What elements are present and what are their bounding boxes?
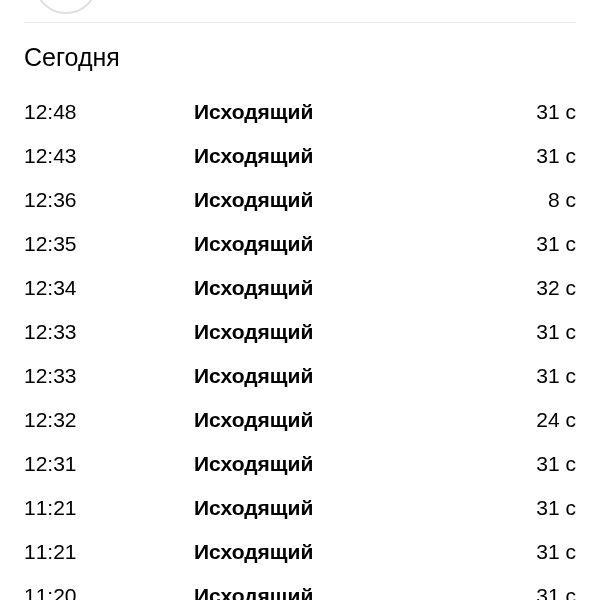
call-row[interactable]: 12:32Исходящий24 с	[24, 398, 576, 442]
call-row[interactable]: 11:21Исходящий31 с	[24, 486, 576, 530]
call-time: 12:48	[24, 100, 194, 124]
call-duration: 31 с	[536, 100, 576, 124]
call-duration: 8 с	[548, 188, 576, 212]
call-row[interactable]: 11:20Исходящий31 с	[24, 574, 576, 600]
call-duration: 24 с	[536, 408, 576, 432]
call-duration: 32 с	[536, 276, 576, 300]
call-type: Исходящий	[194, 144, 313, 168]
call-row[interactable]: 12:48Исходящий31 с	[24, 90, 576, 134]
call-time: 12:31	[24, 452, 194, 476]
call-row[interactable]: 12:31Исходящий31 с	[24, 442, 576, 486]
call-duration: 31 с	[536, 364, 576, 388]
call-time: 12:36	[24, 188, 194, 212]
call-type: Исходящий	[194, 188, 313, 212]
call-type: Исходящий	[194, 364, 313, 388]
call-row[interactable]: 12:34Исходящий32 с	[24, 266, 576, 310]
call-type: Исходящий	[194, 408, 313, 432]
call-type: Исходящий	[194, 232, 313, 256]
call-time: 12:43	[24, 144, 194, 168]
call-row[interactable]: 12:35Исходящий31 с	[24, 222, 576, 266]
section-header: Сегодня	[24, 43, 576, 72]
call-duration: 31 с	[536, 144, 576, 168]
call-list: 12:48Исходящий31 с12:43Исходящий31 с12:3…	[24, 90, 576, 600]
call-time: 11:21	[24, 540, 194, 564]
avatar-partial	[24, 0, 576, 18]
call-time: 12:33	[24, 364, 194, 388]
call-duration: 31 с	[536, 452, 576, 476]
call-time: 12:32	[24, 408, 194, 432]
call-type: Исходящий	[194, 320, 313, 344]
call-row[interactable]: 12:36Исходящий8 с	[24, 178, 576, 222]
avatar-icon	[34, 0, 96, 14]
call-row[interactable]: 12:33Исходящий31 с	[24, 354, 576, 398]
call-row[interactable]: 12:33Исходящий31 с	[24, 310, 576, 354]
call-type: Исходящий	[194, 584, 313, 600]
call-type: Исходящий	[194, 100, 313, 124]
call-duration: 31 с	[536, 584, 576, 600]
call-time: 12:33	[24, 320, 194, 344]
call-row[interactable]: 12:43Исходящий31 с	[24, 134, 576, 178]
call-row[interactable]: 11:21Исходящий31 с	[24, 530, 576, 574]
call-time: 12:35	[24, 232, 194, 256]
call-type: Исходящий	[194, 276, 313, 300]
divider	[24, 22, 576, 23]
call-duration: 31 с	[536, 232, 576, 256]
call-duration: 31 с	[536, 540, 576, 564]
call-time: 11:20	[24, 584, 194, 600]
call-time: 12:34	[24, 276, 194, 300]
call-time: 11:21	[24, 496, 194, 520]
call-type: Исходящий	[194, 452, 313, 476]
call-duration: 31 с	[536, 496, 576, 520]
call-duration: 31 с	[536, 320, 576, 344]
call-type: Исходящий	[194, 540, 313, 564]
call-type: Исходящий	[194, 496, 313, 520]
